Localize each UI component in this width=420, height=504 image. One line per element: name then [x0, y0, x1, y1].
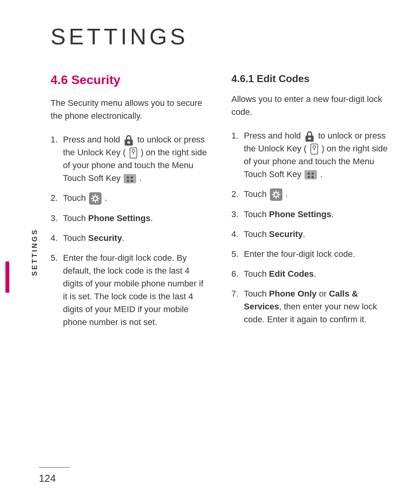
step-item: 5. Enter the four-digit lock code. By de…	[51, 251, 208, 328]
step-content: Touch Phone Only or Calls & Services, th…	[244, 287, 389, 326]
step-item: 3. Touch Phone Settings.	[51, 212, 208, 225]
svg-point-20	[308, 176, 310, 178]
svg-rect-1	[127, 142, 130, 144]
step-item: 2. Touch .	[51, 191, 208, 205]
svg-point-7	[131, 176, 133, 179]
step-content: Press and hold to unlock or press the Un…	[244, 129, 389, 181]
section-heading-461: 4.6.1 Edit Codes	[231, 73, 389, 85]
step-number: 5.	[231, 248, 244, 260]
step-item: 4. Touch Security.	[231, 228, 389, 241]
lock-icon	[304, 131, 315, 142]
step-number: 6.	[231, 267, 244, 280]
step-item: 6. Touch Edit Codes.	[231, 267, 389, 280]
step-number: 3.	[51, 212, 63, 225]
svg-rect-17	[304, 170, 317, 179]
svg-point-21	[312, 176, 314, 178]
step-number: 2.	[51, 191, 63, 204]
unlock-key-icon	[310, 144, 318, 155]
step-content: Touch Security.	[63, 232, 208, 244]
step-content: Enter the four-digit lock code.	[244, 248, 389, 260]
step-content: Touch Phone Settings.	[244, 208, 389, 221]
step-number: 1.	[51, 133, 63, 146]
step-content: Enter the four-digit lock code. By defau…	[63, 251, 208, 328]
menu-softkey-icon	[304, 170, 317, 179]
lock-icon	[123, 135, 134, 146]
menu-softkey-icon	[124, 174, 136, 183]
step-number: 2.	[231, 188, 244, 200]
page-footer: 124	[39, 467, 389, 485]
section-intro-left: The Security menu allows you to secure t…	[51, 97, 208, 122]
step-number: 7.	[231, 287, 244, 300]
step-content: Press and hold to unlock or press the Un…	[63, 133, 208, 184]
gear-icon	[270, 188, 282, 201]
bold-security: Security	[88, 233, 122, 243]
step-item: 2. Touch .	[231, 188, 389, 201]
steps-list-left: 1. Press and hold to unlock or press the…	[51, 133, 208, 328]
content-columns: 4.6 Security The Security menu allows yo…	[51, 73, 389, 335]
bold-edit-codes: Edit Codes	[269, 269, 314, 279]
bold-phone-only: Phone Only	[269, 289, 317, 299]
section-intro-right: Allows you to enter a new four-digit loc…	[231, 93, 389, 118]
step-content: Touch .	[63, 191, 208, 205]
step-number: 4.	[231, 228, 244, 241]
svg-rect-13	[308, 138, 311, 140]
step-content: Touch .	[244, 188, 389, 201]
svg-point-3	[132, 149, 135, 152]
step-item: 4. Touch Security.	[51, 232, 208, 244]
sidebar-bar	[5, 262, 9, 293]
svg-point-9	[131, 180, 133, 182]
gear-icon	[89, 192, 102, 205]
left-column: 4.6 Security The Security menu allows yo…	[51, 73, 208, 335]
unlock-key-icon	[129, 148, 138, 158]
bold-phone-settings-right: Phone Settings	[269, 209, 331, 219]
right-column: 4.6.1 Edit Codes Allows you to enter a n…	[231, 73, 389, 335]
svg-point-18	[308, 172, 310, 175]
step-item: 5. Enter the four-digit lock code.	[231, 248, 389, 260]
step-number: 4.	[51, 232, 63, 244]
svg-point-15	[313, 146, 315, 148]
step-item: 1. Press and hold to unlock or press the…	[231, 129, 389, 181]
bold-phone-settings: Phone Settings	[88, 213, 150, 223]
step-item: 7. Touch Phone Only or Calls & Services,…	[231, 287, 389, 326]
svg-point-19	[312, 172, 314, 175]
step-number: 3.	[231, 208, 244, 221]
footer-line	[39, 467, 70, 468]
svg-point-6	[127, 176, 129, 179]
section-heading-46: 4.6 Security	[51, 73, 208, 87]
page-title: SETTINGS	[51, 23, 389, 49]
step-number: 5.	[51, 251, 63, 264]
page-number: 124	[39, 472, 56, 484]
steps-list-right: 1. Press and hold to unlock or press the…	[231, 129, 389, 326]
step-content: Touch Phone Settings.	[63, 212, 208, 225]
step-item: 3. Touch Phone Settings.	[231, 208, 389, 221]
step-content: Touch Security.	[244, 228, 389, 241]
page-container: SETTINGS SETTINGS 4.6 Security The Secur…	[0, 0, 420, 504]
step-number: 1.	[231, 129, 244, 142]
sidebar-label: SETTINGS	[31, 228, 39, 276]
svg-point-8	[127, 180, 129, 182]
bold-security-right: Security	[269, 229, 303, 239]
svg-rect-5	[124, 174, 136, 183]
step-content: Touch Edit Codes.	[244, 267, 389, 280]
step-item: 1. Press and hold to unlock or press the…	[51, 133, 208, 184]
